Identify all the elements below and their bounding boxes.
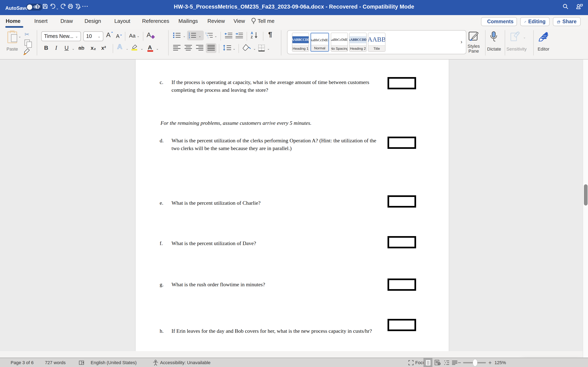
styles-pane-label[interactable]: Styles Pane xyxy=(463,44,484,53)
print-layout-view-button[interactable] xyxy=(424,358,432,367)
change-case-button[interactable]: Aa xyxy=(129,33,136,39)
answer-box-h[interactable] xyxy=(388,319,416,331)
share-contact-icon[interactable] xyxy=(576,3,584,12)
vertical-scrollbar-thumb[interactable] xyxy=(584,184,588,206)
page-indicator[interactable]: Page 3 of 6 xyxy=(11,360,34,365)
answer-box-g[interactable] xyxy=(388,278,416,291)
bold-button[interactable]: B xyxy=(44,44,48,51)
text-effects-button[interactable]: A xyxy=(117,44,122,50)
answer-box-e[interactable] xyxy=(388,195,416,208)
bullet-list-chevron-icon[interactable]: ⌄ xyxy=(183,34,186,38)
question-e: e. What is the percent utilization of Ch… xyxy=(160,200,260,207)
tab-layout[interactable]: Layout xyxy=(114,18,130,24)
document-page[interactable]: c. If the process is operating at capaci… xyxy=(135,59,449,351)
proofing-icon[interactable] xyxy=(79,360,85,366)
align-justify-icon[interactable] xyxy=(208,45,215,52)
font-color-button[interactable]: A xyxy=(148,44,152,50)
text-effects-chevron-icon[interactable]: ⌄ xyxy=(126,47,129,50)
editor-icon[interactable] xyxy=(538,31,549,44)
grow-font-button[interactable]: A⌃ xyxy=(106,32,111,38)
style-no-spacing[interactable]: AaBbCcDdEe No Spacing xyxy=(331,33,348,52)
change-case-chevron-icon[interactable]: ⌄ xyxy=(137,34,139,38)
tab-insert[interactable]: Insert xyxy=(34,18,48,24)
vertical-scrollbar[interactable] xyxy=(583,59,588,358)
font-color-chevron-icon[interactable]: ⌄ xyxy=(156,47,159,50)
style-title[interactable]: AABB Title xyxy=(368,33,385,52)
decrease-indent-icon[interactable] xyxy=(225,32,233,40)
outline-view-button[interactable] xyxy=(442,358,451,367)
editing-button[interactable]: Editing xyxy=(520,17,550,26)
numbered-list-icon[interactable]: 123 xyxy=(189,32,196,40)
zoom-out-button[interactable]: − xyxy=(458,359,461,366)
answer-box-f[interactable] xyxy=(388,236,416,248)
italic-button[interactable]: I xyxy=(55,44,57,51)
tab-view[interactable]: View xyxy=(233,18,245,24)
font-size-select[interactable]: 10⌄ xyxy=(83,31,103,41)
borders-chevron-icon[interactable]: ⌄ xyxy=(267,47,270,50)
multilevel-list-icon[interactable]: 1ai xyxy=(205,32,213,40)
borders-icon[interactable] xyxy=(258,44,265,53)
comments-button[interactable]: Comments xyxy=(481,17,517,26)
language-indicator[interactable]: English (United States) xyxy=(91,360,137,365)
copy-icon[interactable] xyxy=(25,40,30,46)
tab-mailings[interactable]: Mailings xyxy=(178,18,198,24)
cut-icon[interactable]: ✂ xyxy=(25,31,29,38)
align-left-icon[interactable] xyxy=(173,45,181,52)
font-name-select[interactable]: Times New...⌄ xyxy=(41,31,81,41)
increase-indent-icon[interactable] xyxy=(235,32,243,40)
numbered-list-chevron-icon[interactable]: ⌄ xyxy=(199,34,201,38)
superscript-button[interactable]: x² xyxy=(101,45,106,51)
style-heading1[interactable]: AABBCCDD Heading 1 xyxy=(292,33,309,52)
underline-chevron-icon[interactable]: ⌄ xyxy=(72,47,75,50)
shrink-font-button[interactable]: A⌄ xyxy=(116,33,120,40)
accessibility-icon[interactable] xyxy=(153,360,158,367)
multilevel-list-chevron-icon[interactable]: ⌄ xyxy=(214,34,217,38)
line-spacing-chevron-icon[interactable]: ⌄ xyxy=(233,47,235,50)
line-spacing-icon[interactable] xyxy=(223,44,231,53)
answer-box-d[interactable] xyxy=(388,137,416,149)
style-heading2[interactable]: AABBCCDDI Heading 2 xyxy=(349,33,367,52)
gallery-more-icon[interactable]: › xyxy=(461,39,462,45)
dictate-icon[interactable] xyxy=(489,31,499,44)
word-count[interactable]: 727 words xyxy=(45,360,66,365)
dictate-label[interactable]: Dictate xyxy=(483,47,505,51)
highlight-chevron-icon[interactable]: ⌄ xyxy=(140,47,143,50)
tab-home[interactable]: Home xyxy=(6,18,20,24)
format-painter-icon[interactable] xyxy=(23,48,31,57)
accessibility-status[interactable]: Accessibility: Unavailable xyxy=(160,360,210,365)
clear-formatting-button[interactable]: A xyxy=(147,32,151,38)
share-button[interactable]: Share xyxy=(553,17,581,26)
bullet-list-icon[interactable] xyxy=(173,32,181,40)
paste-chevron-icon[interactable]: ⌄ xyxy=(18,35,21,38)
tab-tell-me[interactable]: Tell me xyxy=(258,18,274,24)
pilcrow-button[interactable]: ¶ xyxy=(268,31,272,38)
shading-icon[interactable] xyxy=(242,44,251,53)
paste-button[interactable] xyxy=(7,31,17,43)
zoom-level[interactable]: 125% xyxy=(494,360,506,365)
style-normal[interactable]: AaBbCcDdEe Normal xyxy=(310,33,329,52)
horizontal-scroll-strip xyxy=(0,351,588,358)
tab-review[interactable]: Review xyxy=(208,18,225,24)
align-center-icon[interactable] xyxy=(185,45,192,52)
highlight-button[interactable] xyxy=(131,44,138,51)
focus-icon[interactable] xyxy=(408,360,414,366)
paste-label[interactable]: Paste xyxy=(2,47,22,51)
web-layout-view-button[interactable] xyxy=(433,358,442,367)
strikethrough-button[interactable]: ab xyxy=(78,45,84,51)
answer-box-c[interactable] xyxy=(388,77,416,89)
tab-references[interactable]: References xyxy=(142,18,169,24)
underline-button[interactable]: U xyxy=(65,44,69,51)
sort-icon[interactable]: AZ xyxy=(251,31,260,41)
shading-chevron-icon[interactable]: ⌄ xyxy=(253,47,256,50)
tab-draw[interactable]: Draw xyxy=(61,18,73,24)
align-right-icon[interactable] xyxy=(196,45,203,52)
zoom-slider-thumb[interactable] xyxy=(473,359,477,366)
subscript-button[interactable]: x₂ xyxy=(91,45,96,51)
editor-label[interactable]: Editor xyxy=(534,47,553,51)
search-icon[interactable] xyxy=(562,3,569,12)
tab-design[interactable]: Design xyxy=(85,18,101,24)
group-divider xyxy=(37,30,37,55)
zoom-slider[interactable] xyxy=(463,362,486,363)
styles-pane-icon[interactable] xyxy=(468,31,479,44)
zoom-in-button[interactable]: + xyxy=(488,359,492,366)
